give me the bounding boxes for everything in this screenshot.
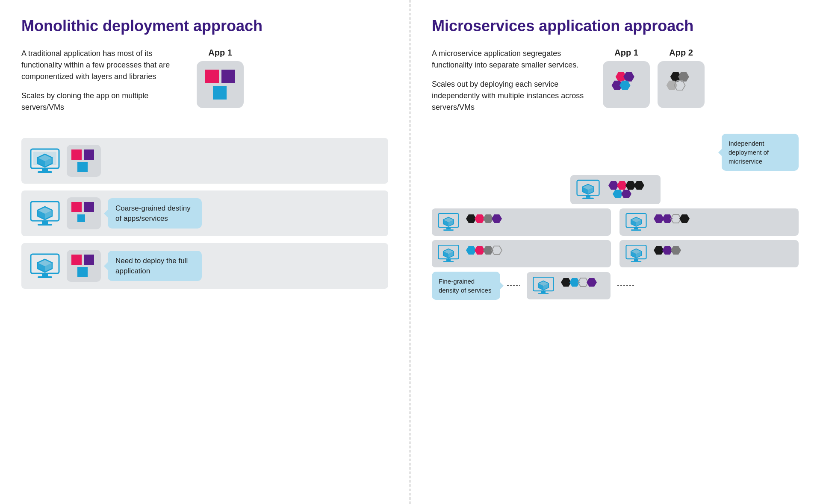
callout-coarse-text: Coarse-grained destiny of apps/services [115,204,191,223]
svg-rect-14 [77,162,88,172]
svg-rect-57 [446,227,451,229]
deploy-row-2: Coarse-grained destiny of apps/services [21,190,388,236]
svg-rect-32 [71,255,82,265]
svg-rect-2 [213,86,227,100]
app2-hexes-icon [664,67,698,102]
svg-rect-80 [631,229,641,231]
app-squares-mini-1 [71,149,97,173]
dashed-line-bottom [507,285,520,286]
svg-marker-38 [619,81,631,90]
monitor-micro-1 [576,179,600,200]
right-app2-container: App 2 [658,48,705,108]
dashed-line-bottom-right [617,285,634,286]
left-app1-container: App 1 [197,48,244,108]
micro-server-ml2 [432,240,611,267]
left-title: Monolithic deployment approach [21,17,388,35]
app1-squares-icon [204,69,236,101]
svg-marker-36 [623,72,634,82]
micro-server-ml1 [432,208,611,236]
micro-server-bottom [527,272,611,299]
svg-rect-90 [634,259,638,261]
svg-rect-6 [38,171,52,173]
micro-server-mr2 [619,240,799,267]
micro-server-mr1 [619,208,799,236]
hex-row-top [603,179,655,200]
svg-rect-16 [42,221,48,224]
micro-server-top [570,175,661,204]
hex-mr2 [650,244,697,263]
deploy-section: Coarse-grained destiny of apps/services [21,138,388,289]
svg-rect-79 [634,227,638,229]
monitor-icon-1 [30,148,60,174]
monitor-ml2 [438,244,459,263]
right-app1-container: App 1 [603,48,650,108]
right-desc2: Scales out by deploying each service ind… [432,79,594,113]
hex-ml2 [463,244,510,263]
right-desc1: A microservice application segregates fu… [432,48,594,71]
deploy-row-1 [21,138,388,184]
right-panel: Microservices application approach A mic… [410,0,820,504]
svg-marker-55 [621,190,631,198]
svg-marker-88 [679,214,690,223]
svg-rect-69 [443,261,454,262]
svg-rect-101 [541,291,546,293]
right-description: A microservice application segregates fu… [432,48,594,121]
monitor-bottom [533,276,554,295]
micro-deploy-container: Independent deployment of micriservice [432,134,799,300]
micro-middle-rows [432,208,799,267]
app1-hexes-icon [610,67,643,102]
svg-rect-23 [84,202,94,212]
svg-rect-34 [77,267,88,277]
right-app1-label: App 1 [614,48,638,58]
svg-marker-53 [634,181,644,190]
svg-rect-91 [631,261,641,262]
left-desc1: A traditional application has most of it… [21,48,184,82]
svg-rect-0 [205,70,219,83]
app-mini-box-2 [67,197,101,229]
app-squares-mini-2 [71,202,97,225]
monitor-ml1 [438,213,459,231]
right-app-icons: App 1 App 2 [603,48,705,108]
svg-rect-1 [221,70,235,83]
hex-bottom [557,276,605,295]
left-desc2: Scales by cloning the app on multiple se… [21,90,184,113]
callout-independent: Independent deployment of micriservice [722,134,799,171]
svg-rect-44 [586,195,590,198]
left-description: A traditional application has most of it… [21,48,184,121]
right-app2-box [658,61,705,108]
left-intro-row: A traditional application has most of it… [21,48,388,121]
hex-mr1 [650,213,697,231]
micro-bottom-row: Fine-grained density of services [432,272,799,300]
svg-rect-5 [42,168,48,171]
callout-deploy: Need to deploy the full application [108,251,202,281]
app-squares-mini-3 [71,254,97,278]
callout-independent-text: Independent deployment of micriservice [729,140,769,165]
left-app1-box [197,61,244,108]
monitor-icon-3 [30,253,60,279]
svg-rect-45 [582,198,594,199]
svg-rect-17 [38,224,52,226]
svg-rect-102 [538,293,549,294]
callout-deploy-text: Need to deploy the full application [115,257,188,275]
hex-ml1 [463,213,510,231]
svg-rect-68 [446,259,451,261]
svg-marker-40 [678,72,689,82]
left-app1-label: App 1 [208,48,232,58]
callout-fine: Fine-grained density of services [432,272,500,300]
right-app2-label: App 2 [669,48,693,58]
right-title: Microservices application approach [432,17,799,35]
micro-left-col [432,208,611,267]
monitor-mr1 [625,213,647,231]
svg-marker-98 [671,246,681,255]
deploy-row-3: Need to deploy the full application [21,243,388,289]
svg-marker-110 [587,278,597,287]
app-mini-box-3 [67,250,101,282]
left-panel: Monolithic deployment approach A traditi… [0,0,410,504]
svg-rect-22 [71,202,82,212]
svg-rect-13 [84,149,94,160]
micro-row-top [432,175,799,204]
svg-rect-58 [443,229,454,231]
micro-right-col [619,208,799,267]
app-mini-box-1 [67,145,101,177]
monitor-icon-2 [30,201,60,226]
